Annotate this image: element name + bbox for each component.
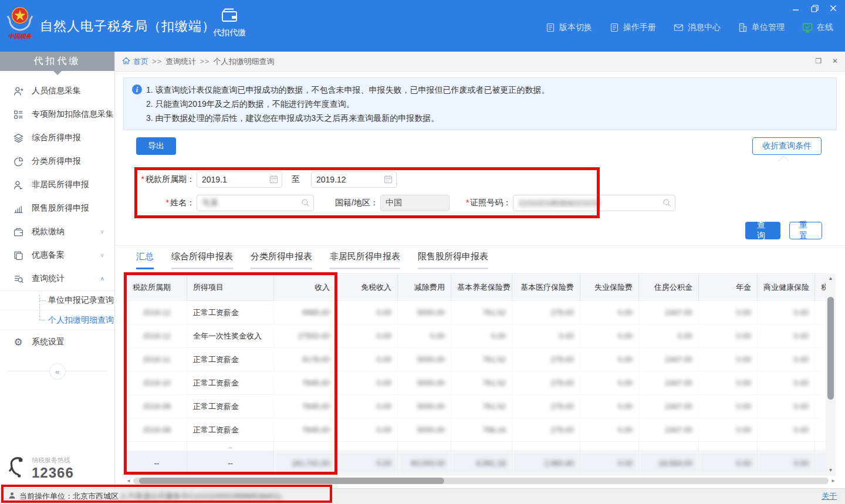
- table-cell: 正常工资薪金: [187, 395, 274, 418]
- table-cell: 0.00: [336, 395, 398, 418]
- table-row[interactable]: 2019-11正常工资薪金9178.000.005000.00761.52279…: [127, 348, 826, 371]
- nav-unit-management[interactable]: 单位管理: [738, 22, 785, 33]
- module-tab-daikoudaijiao[interactable]: 代扣代缴: [207, 7, 252, 38]
- sidebar-item-personnel-info[interactable]: 人员信息采集: [0, 79, 114, 103]
- table-cell: 0.00: [580, 371, 639, 395]
- sidebar-item-label: 限售股所得申报: [32, 203, 89, 214]
- column-header: 税延养老保险: [815, 274, 826, 301]
- column-header: 收入: [274, 274, 336, 301]
- query-button[interactable]: 查询: [745, 222, 780, 239]
- table-cell: 0.00: [451, 324, 512, 348]
- horizontal-scroll-thumb[interactable]: [139, 478, 444, 484]
- calendar-icon[interactable]: [384, 175, 393, 185]
- column-header: 所得项目: [187, 274, 274, 301]
- table-row[interactable]: 2019-09正常工资薪金7645.000.005000.00761.52279…: [127, 395, 826, 418]
- required-asterisk: *: [466, 198, 469, 207]
- horizontal-scroll-track[interactable]: [133, 478, 829, 484]
- sidebar-collapse-button[interactable]: «: [49, 363, 66, 380]
- nav-online-status[interactable]: 在线: [802, 22, 833, 33]
- tab-nonresident-income[interactable]: 非居民所得申报表: [330, 251, 400, 269]
- collapse-query-conditions-button[interactable]: 收折查询条件: [752, 137, 822, 155]
- about-link[interactable]: 关于: [822, 491, 837, 502]
- user-icon: [8, 492, 16, 501]
- submenu-item-unit-declaration-query[interactable]: 单位申报记录查询: [0, 291, 114, 310]
- nav-message-center[interactable]: 消息中心: [674, 22, 721, 33]
- breadcrumb-home-link[interactable]: 首页: [122, 56, 148, 67]
- period-from-input[interactable]: 2019.1: [197, 171, 282, 188]
- person-icon: [13, 180, 23, 190]
- horizontal-scrollbar[interactable]: ◄ ►: [126, 476, 836, 485]
- sidebar-item-classified-income[interactable]: 分类所得申报: [0, 150, 114, 173]
- table-cell: 0.00: [699, 301, 758, 324]
- table-cell: 761.52: [451, 371, 512, 395]
- id-number-input[interactable]: 110102199304221019: [513, 195, 675, 211]
- summary-cell: 0.00: [699, 451, 758, 475]
- table-cell: 0.00: [512, 324, 580, 348]
- table-cell: [758, 442, 815, 451]
- vertical-scrollbar[interactable]: ▲ ▼: [826, 273, 836, 476]
- sidebar-item-restricted-stock[interactable]: 限售股所得申报: [0, 197, 114, 220]
- sidebar-item-special-deduction[interactable]: 专项附加扣除信息采集: [0, 103, 114, 126]
- summary-cell: 2,960.40: [512, 451, 580, 475]
- breadcrumb-level1[interactable]: 查询统计: [165, 56, 196, 67]
- tab-summary[interactable]: 汇总: [136, 251, 154, 269]
- scroll-down-arrow[interactable]: ▼: [826, 466, 836, 475]
- summary-cell: 161,741.00: [274, 451, 336, 475]
- sidebar-item-query-statistics[interactable]: 查询统计 ˄: [0, 267, 114, 290]
- document-icon: [610, 23, 619, 32]
- scroll-up-arrow[interactable]: ▲: [826, 275, 836, 283]
- table-cell: [639, 442, 699, 451]
- table-row[interactable]: 2019-12全年一次性奖金收入27500.000.000.000.000.00…: [127, 324, 826, 348]
- table-cell: 0.00: [699, 324, 758, 348]
- sidebar-item-system-settings[interactable]: ⚙ 系统设置: [0, 330, 114, 354]
- column-header: 减除费用: [398, 274, 451, 301]
- minimize-button[interactable]: [791, 4, 800, 13]
- table-row[interactable]: 2019-10正常工资薪金7645.000.005000.00761.52279…: [127, 371, 826, 395]
- close-button[interactable]: [829, 4, 838, 13]
- sidebar-item-nonresident-income[interactable]: 非居民所得申报: [0, 173, 114, 197]
- period-to-input[interactable]: 2019.12: [311, 171, 397, 188]
- search-icon[interactable]: [663, 198, 671, 209]
- table-cell: 正常工资薪金: [187, 371, 274, 395]
- vertical-scroll-thumb[interactable]: [827, 297, 834, 400]
- table-row[interactable]: 2019-12正常工资薪金9985.000.005000.00761.52279…: [127, 301, 826, 324]
- submenu-item-personal-withholding-query[interactable]: 个人扣缴明细查询: [0, 310, 114, 330]
- sidebar-item-preferential-filing[interactable]: 优惠备案 ˅: [0, 243, 114, 267]
- building-icon: [738, 23, 748, 32]
- sidebar-item-comprehensive-income[interactable]: 综合所得申报: [0, 126, 114, 150]
- tab-comprehensive-income[interactable]: 综合所得申报表: [171, 251, 233, 269]
- restore-button[interactable]: [810, 4, 819, 13]
- table-cell: 0.00: [580, 348, 639, 371]
- export-button[interactable]: 导出: [136, 137, 176, 155]
- nav-manual[interactable]: 操作手册: [610, 22, 656, 33]
- nav-version-switch[interactable]: 版本切换: [546, 22, 592, 33]
- table-cell: 0.00: [815, 418, 826, 442]
- tax-emblem-logo: 中国税务: [5, 5, 35, 40]
- table-cell: [580, 442, 639, 451]
- table-row[interactable]: 2019-08正常工资薪金7645.000.005000.00798.24279…: [127, 418, 826, 442]
- breadcrumb-home-label: 首页: [133, 56, 148, 67]
- module-tab-label: 代扣代缴: [207, 28, 252, 38]
- notice-line-3: 3. 由于数据处理的滞后性，建议您在申报成功3天之后再来查询最新的申报数据。: [132, 111, 828, 125]
- table-cell: 2019-10: [127, 371, 187, 395]
- name-input[interactable]: 马某: [197, 195, 314, 211]
- table-cell: 0.00: [336, 371, 398, 395]
- notice-line-1: i 1. 该查询统计表仅能查询已申报成功的数据，不包含未申报、申报失败，已申报但…: [132, 83, 828, 97]
- tab-classified-income[interactable]: 分类所得申报表: [251, 251, 312, 269]
- column-header: 基本养老保险费: [451, 274, 512, 301]
- search-icon[interactable]: [301, 198, 310, 209]
- calendar-icon[interactable]: [269, 175, 278, 185]
- info-icon: i: [132, 84, 142, 94]
- table-cell: 7645.00: [274, 418, 336, 442]
- reset-button[interactable]: 重置: [789, 222, 822, 239]
- summary-cell: 6,991.16: [451, 451, 512, 475]
- sidebar-item-label: 非居民所得申报: [32, 180, 89, 190]
- scroll-right-arrow[interactable]: ►: [831, 478, 836, 484]
- panel-maximize-icon[interactable]: ❒: [814, 57, 823, 65]
- table-cell: 0.00: [580, 418, 639, 442]
- panel-close-icon[interactable]: ✕: [831, 57, 839, 65]
- table-header-row: 税款所属期所得项目收入免税收入减除费用基本养老保险费基本医疗保险费失业保险费住房…: [127, 274, 826, 301]
- scroll-left-arrow[interactable]: ◄: [126, 478, 131, 484]
- tab-restricted-stock[interactable]: 限售股所得申报表: [418, 251, 488, 269]
- sidebar-item-tax-payment[interactable]: 税款缴纳 ˅: [0, 220, 114, 243]
